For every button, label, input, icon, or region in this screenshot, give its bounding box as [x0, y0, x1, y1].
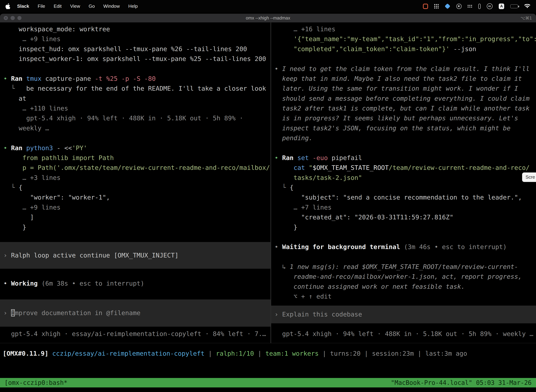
text-segment: (3m 46s • esc to interrupt): [404, 243, 507, 250]
window-grid-icon[interactable]: [434, 4, 439, 9]
text-segment: [309, 154, 313, 161]
close-button[interactable]: ×: [4, 16, 8, 20]
terminal-line: gpt-5.4 xhigh · essay/ai-reimplementatio…: [0, 329, 270, 339]
menu-bar: SlackFileEditViewGoWindowHelp 61 A ⚡: [0, 0, 536, 13]
menu-item-view[interactable]: View: [70, 4, 80, 9]
text-segment: … +16 lines: [274, 25, 335, 33]
text-segment: workspace_mode: worktree: [3, 25, 110, 33]
gauge-icon[interactable]: 61: [487, 3, 493, 9]
terminal-line: inspect task2's JSON, focusing on the st…: [271, 123, 536, 133]
apple-icon[interactable]: [5, 3, 10, 9]
terminal-line: "subject": "send a concise recommendatio…: [271, 192, 536, 202]
menu-item-slack[interactable]: Slack: [17, 4, 29, 9]
terminal-panes: workspace_mode: worktree … +9 lines insp…: [0, 23, 536, 343]
terminal-line: [271, 232, 536, 242]
text-segment: (6m 38s • esc to interrupt): [42, 280, 144, 287]
terminal-line: [271, 54, 536, 64]
text-segment: - <<: [53, 144, 72, 152]
menu-bar-left: SlackFileEditViewGoWindowHelp: [5, 3, 138, 9]
terminal-line: ⌥ + ↑ edit: [271, 292, 536, 301]
terminal-line: … +110 lines: [0, 103, 270, 113]
left-terminal-pane[interactable]: workspace_mode: worktree … +9 lines insp…: [0, 23, 270, 343]
terminal-line: later. Using the same for transition mig…: [271, 84, 536, 93]
text-segment: set: [297, 154, 309, 161]
terminal-line: is in progress? It seems likely but perh…: [271, 113, 536, 123]
text-segment: Ran: [282, 154, 297, 161]
terminal-line: [OMX#0.11.9] cczip/essay/ai-reimplementa…: [0, 349, 536, 359]
window-title-bar[interactable]: × omx --xhigh --madmax ⌥⌘1: [0, 14, 536, 23]
menu-item-go[interactable]: Go: [89, 4, 95, 9]
menu-items: SlackFileEditViewGoWindowHelp: [17, 4, 138, 9]
text-segment: •: [3, 280, 11, 287]
text-segment: ]: [3, 214, 34, 221]
minimize-button[interactable]: [10, 16, 14, 20]
text-segment: capture-pane: [42, 75, 95, 82]
text-segment: should send a message before completing …: [274, 95, 530, 102]
text-segment: "subject": "send a concise recommendatio…: [274, 194, 522, 201]
wifi-icon[interactable]: [524, 4, 531, 9]
input-source-letter: A: [500, 4, 503, 9]
zoom-button[interactable]: [17, 16, 21, 20]
text-segment: mprove documentation in @filename: [15, 309, 140, 317]
text-segment: be necessary for the end of the README. …: [26, 85, 266, 92]
text-segment: --json: [453, 45, 476, 52]
traffic-lights: ×: [4, 16, 21, 20]
text-segment: ›: [3, 252, 11, 259]
text-segment: last:3m ago: [425, 350, 467, 357]
prompt-input-bar[interactable]: › Improve documentation in @filename: [0, 299, 270, 327]
screen: SlackFileEditViewGoWindowHelp 61 A ⚡ × o…: [0, 0, 536, 392]
dots-grid-icon[interactable]: [468, 5, 472, 8]
text-segment: Ran: [11, 75, 26, 82]
text-segment: /team/review-current-readme-and-reco/: [389, 164, 530, 171]
battery-charging-icon[interactable]: ⚡: [510, 5, 518, 8]
text-segment: ralph:1/10: [216, 350, 254, 357]
omx-status-pane: [OMX#0.11.9] cczip/essay/ai-reimplementa…: [0, 343, 536, 378]
blue-app-icon[interactable]: [445, 3, 450, 9]
terminal-line: [0, 64, 270, 74]
terminal-window: × omx --xhigh --madmax ⌥⌘1 workspace_mod…: [0, 14, 536, 392]
right-pane-status-line: gpt-5.4 xhigh · 94% left · 488K in · 5.1…: [271, 329, 536, 339]
menu-item-help[interactable]: Help: [128, 4, 138, 9]
text-segment: |: [414, 350, 425, 357]
text-segment: └: [3, 85, 26, 92]
text-segment: gpt-5.4 xhigh · essay/ai-reimplementatio…: [3, 330, 266, 337]
terminal-line: › Ralph loop active continue [OMX_TMUX_I…: [0, 250, 270, 260]
text-segment: 'PY': [72, 144, 87, 152]
terminal-line: • Working (6m 38s • esc to interrupt): [0, 279, 270, 288]
terminal-line: └ {: [271, 183, 536, 192]
terminal-line: tasks/task-2.json": [271, 173, 536, 183]
menu-item-file[interactable]: File: [38, 4, 45, 9]
prompt-input-bar[interactable]: › Explain this codebase: [271, 306, 536, 323]
terminal-line: }: [271, 222, 536, 232]
terminal-line: cat "$OMX_TEAM_STATE_ROOT/team/review-cu…: [271, 163, 536, 173]
text-segment: ›: [274, 311, 282, 318]
text-segment: cczip/essay/ai-reimplementation-copyleft: [52, 350, 205, 357]
input-source-icon[interactable]: A: [499, 4, 504, 9]
text-segment: tmux: [26, 75, 42, 82]
right-pane-output: … +16 lines '{"team_name":"my-team","tas…: [271, 23, 536, 323]
charging-bolt-icon: ⚡: [512, 4, 515, 8]
text-segment: I: [11, 309, 15, 317]
menu-item-window[interactable]: Window: [103, 4, 120, 9]
text-segment: •: [274, 65, 282, 72]
text-segment: inspect task2's JSON, focusing on the st…: [274, 125, 511, 132]
text-segment: inspect_worker-1: omx sparkshell --tmux-…: [3, 55, 266, 62]
window-title: omx --xhigh --madmax: [0, 15, 536, 21]
camera-app-icon[interactable]: [456, 4, 461, 9]
terminal-line: … +16 lines: [271, 24, 536, 34]
terminal-line: at: [0, 93, 270, 103]
terminal-line: }: [0, 222, 270, 232]
terminal-line: '{"team_name":"my-team","task_id":"1","f…: [271, 34, 536, 44]
terminal-line: • I need to get the claim token from the…: [271, 64, 536, 74]
screen-recording-icon[interactable]: [423, 4, 428, 9]
screen-edge-tooltip: Scre: [522, 173, 536, 182]
text-segment: |: [360, 350, 372, 357]
sidecar-icon[interactable]: [478, 4, 481, 9]
menu-item-edit[interactable]: Edit: [54, 4, 62, 9]
text-segment: ": [309, 164, 313, 171]
terminal-line: task2 after task1 is complete, but can I…: [271, 103, 536, 113]
terminal-line: workspace_mode: worktree: [0, 24, 270, 34]
text-segment: task2 after task1 is complete, but can I…: [274, 105, 530, 112]
text-segment: from pathlib import Path: [3, 154, 114, 161]
right-terminal-pane[interactable]: … +16 lines '{"team_name":"my-team","tas…: [271, 23, 536, 343]
